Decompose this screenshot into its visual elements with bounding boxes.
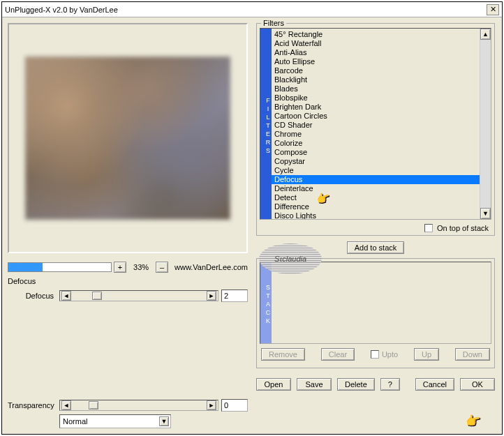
filters-scrollbar[interactable]: ▲ ▼ bbox=[480, 29, 491, 219]
filter-item[interactable]: Auto Ellipse bbox=[272, 57, 480, 66]
zoom-out-button[interactable]: – bbox=[156, 262, 168, 273]
blend-mode-value: Normal bbox=[63, 417, 87, 426]
zoom-percent: 33% bbox=[128, 263, 154, 271]
filter-item[interactable]: Blobspike bbox=[272, 93, 480, 103]
filter-item[interactable]: Cycle bbox=[272, 166, 480, 175]
app-window: UnPlugged-X v2.0 by VanDerLee ✕ + 33% – … bbox=[1, 1, 503, 435]
ontop-label: On top of stack bbox=[437, 224, 489, 232]
stack-buttons: Remove Clear Upto Up Down bbox=[260, 344, 491, 365]
preview-image bbox=[25, 57, 230, 220]
filter-item[interactable]: Brighten Dark bbox=[272, 103, 480, 112]
filter-heading: Defocus bbox=[8, 277, 248, 285]
upto-label: Upto bbox=[382, 350, 398, 359]
filter-item[interactable]: CD Shader bbox=[272, 121, 480, 130]
zoom-row: + 33% – www.VanDerLee.com bbox=[8, 262, 248, 273]
transp-left-arrow-icon[interactable]: ◄ bbox=[61, 400, 71, 410]
slider-left-arrow-icon[interactable]: ◄ bbox=[61, 291, 71, 301]
defocus-slider[interactable]: ◄ ► bbox=[59, 290, 218, 301]
help-button[interactable]: ? bbox=[380, 378, 400, 391]
stack-list[interactable] bbox=[272, 262, 491, 343]
up-button[interactable]: Up bbox=[414, 348, 439, 361]
filter-item[interactable]: Blacklight bbox=[272, 75, 480, 84]
defocus-value-input[interactable] bbox=[221, 290, 248, 302]
filters-fieldset: Filters FILTERS 45° RectangleAcid Waterf… bbox=[256, 23, 495, 236]
filters-legend: Filters bbox=[261, 19, 286, 27]
remove-button[interactable]: Remove bbox=[261, 348, 305, 361]
open-button[interactable]: Open bbox=[256, 378, 291, 391]
transparency-label: Transparency bbox=[8, 401, 57, 409]
close-button[interactable]: ✕ bbox=[487, 4, 499, 15]
stack-sidebar-label: STACK bbox=[260, 262, 272, 343]
filter-item[interactable]: Cartoon Circles bbox=[272, 112, 480, 121]
content: + 33% – www.VanDerLee.com Defocus Defocu… bbox=[2, 17, 502, 434]
filter-item[interactable]: Blades bbox=[272, 84, 480, 93]
scroll-track[interactable] bbox=[480, 40, 491, 208]
zoom-slider[interactable] bbox=[8, 262, 112, 272]
ontop-row: On top of stack bbox=[260, 220, 491, 232]
filter-item[interactable]: Chrome bbox=[272, 130, 480, 139]
save-button[interactable]: Save bbox=[297, 378, 332, 391]
close-icon: ✕ bbox=[490, 5, 496, 14]
clear-button[interactable]: Clear bbox=[321, 348, 355, 361]
transparency-block: Transparency ◄ ► Normal ▼ bbox=[8, 399, 248, 428]
filter-item[interactable]: Difference bbox=[272, 202, 480, 211]
left-panel: + 33% – www.VanDerLee.com Defocus Defocu… bbox=[2, 17, 253, 434]
website-link[interactable]: www.VanDerLee.com bbox=[175, 263, 248, 271]
filter-item[interactable]: 45° Rectangle bbox=[272, 30, 480, 39]
blend-mode-select[interactable]: Normal ▼ bbox=[59, 414, 171, 428]
transparency-value-input[interactable] bbox=[221, 399, 248, 412]
filter-listbox: FILTERS 45° RectangleAcid WaterfallAnti-… bbox=[260, 28, 491, 220]
add-to-stack-button[interactable]: Add to stack bbox=[347, 241, 405, 254]
slider-right-arrow-icon[interactable]: ► bbox=[207, 291, 216, 301]
filter-item[interactable]: Deinterlace bbox=[272, 184, 480, 193]
preview-box bbox=[8, 23, 248, 253]
filters-sidebar-label: FILTERS bbox=[260, 29, 272, 219]
cancel-button[interactable]: Cancel bbox=[415, 378, 454, 391]
ontop-checkbox[interactable] bbox=[424, 224, 433, 232]
filter-item[interactable]: Colorize bbox=[272, 139, 480, 148]
filter-list[interactable]: 45° RectangleAcid WaterfallAnti-AliasAut… bbox=[272, 29, 480, 219]
ok-button[interactable]: OK bbox=[460, 378, 495, 391]
filter-item[interactable]: Anti-Alias bbox=[272, 48, 480, 57]
transp-thumb[interactable] bbox=[89, 401, 98, 409]
filter-item[interactable]: Acid Waterfall bbox=[272, 39, 480, 48]
dropdown-arrow-icon: ▼ bbox=[159, 416, 169, 426]
slider-thumb[interactable] bbox=[92, 292, 102, 300]
filter-item[interactable]: Barcode bbox=[272, 66, 480, 75]
bottom-buttons: Open Save Delete ? Cancel OK bbox=[256, 374, 495, 391]
filter-item[interactable]: Compose bbox=[272, 148, 480, 157]
upto-checkbox[interactable] bbox=[371, 350, 379, 359]
stack-fieldset: STACK Remove Clear Upto Up Down bbox=[256, 258, 495, 368]
titlebar: UnPlugged-X v2.0 by VanDerLee ✕ bbox=[2, 2, 502, 17]
transp-right-arrow-icon[interactable]: ► bbox=[207, 400, 216, 410]
scroll-down-icon[interactable]: ▼ bbox=[480, 208, 491, 219]
filter-item[interactable]: Defocus👉 bbox=[272, 175, 480, 184]
filter-item[interactable]: Copystar bbox=[272, 157, 480, 166]
window-title: UnPlugged-X v2.0 by VanDerLee bbox=[5, 6, 118, 14]
scroll-up-icon[interactable]: ▲ bbox=[480, 29, 491, 40]
delete-button[interactable]: Delete bbox=[337, 378, 375, 391]
zoom-in-button[interactable]: + bbox=[114, 262, 126, 273]
addstack-row: Add to stack bbox=[256, 241, 495, 254]
filter-item[interactable]: Detect bbox=[272, 193, 480, 202]
stack-listbox: STACK bbox=[260, 262, 491, 344]
down-button[interactable]: Down bbox=[455, 348, 490, 361]
zoom-fill bbox=[8, 263, 43, 271]
transparency-slider[interactable]: ◄ ► bbox=[59, 400, 218, 411]
right-panel: Filters FILTERS 45° RectangleAcid Waterf… bbox=[253, 17, 502, 434]
filter-item[interactable]: Disco Lights bbox=[272, 211, 480, 219]
defocus-label: Defocus bbox=[8, 292, 57, 300]
defocus-slider-row: Defocus ◄ ► bbox=[8, 290, 248, 302]
